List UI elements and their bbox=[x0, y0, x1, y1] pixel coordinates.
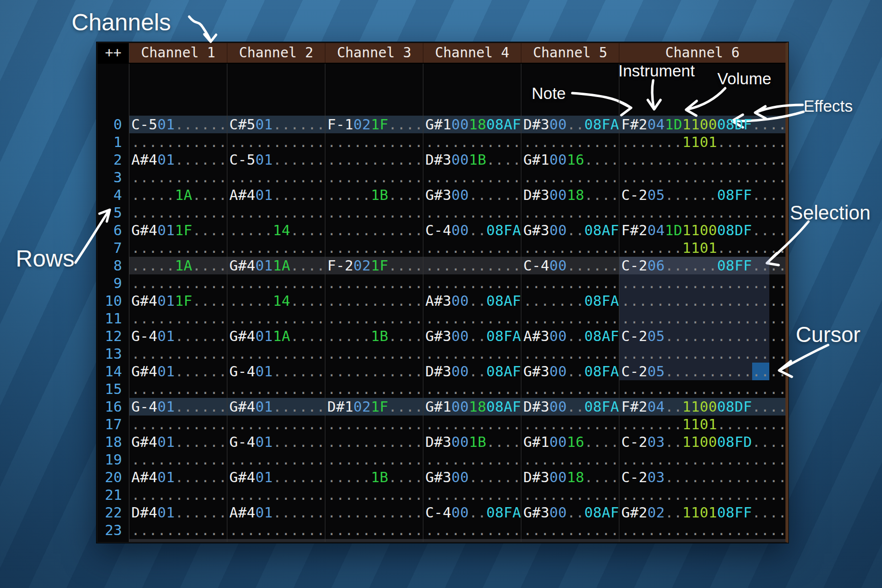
pattern-cell[interactable]: D#30018.... bbox=[521, 468, 619, 486]
pattern-cell[interactable]: ........... bbox=[521, 133, 619, 151]
pattern-cell[interactable]: .....1A.... bbox=[129, 186, 227, 204]
channel-header-5[interactable]: Channel 5 bbox=[521, 43, 619, 63]
pattern-cell[interactable]: D#2021F.... bbox=[325, 539, 423, 543]
pattern-cell[interactable]: ................... bbox=[619, 292, 787, 310]
channel-header-3[interactable]: Channel 3 bbox=[325, 43, 423, 63]
pattern-cell[interactable]: .....1A.... bbox=[129, 257, 227, 274]
pattern-cell[interactable]: .....14.... bbox=[227, 221, 325, 239]
pattern-cell[interactable]: ........... bbox=[521, 345, 619, 363]
pattern-cell[interactable]: G-401...... bbox=[129, 398, 227, 416]
pattern-cell[interactable]: ........... bbox=[325, 292, 423, 310]
pattern-cell[interactable]: ................... bbox=[619, 380, 787, 398]
pattern-cell[interactable]: G#300...... bbox=[423, 468, 521, 486]
pattern-cell[interactable]: ........... bbox=[423, 345, 521, 363]
pattern-cell[interactable]: G#4011F.... bbox=[129, 221, 227, 239]
pattern-cell[interactable]: ................... bbox=[619, 521, 787, 539]
pattern-cell[interactable]: F#2041D110008DF.... bbox=[619, 116, 787, 133]
pattern-cell[interactable]: ........... bbox=[521, 204, 619, 221]
pattern-cell[interactable]: ........... bbox=[325, 345, 423, 363]
pattern-cell[interactable]: ........... bbox=[129, 345, 227, 363]
pattern-cell[interactable]: G#4011A.... bbox=[227, 327, 325, 345]
pattern-cell[interactable]: G#300..08FA bbox=[521, 363, 619, 380]
pattern-cell[interactable]: ........... bbox=[521, 239, 619, 257]
pattern-cell[interactable]: D#3001B.... bbox=[423, 433, 521, 451]
pattern-cell[interactable]: ........... bbox=[129, 133, 227, 151]
pattern-cell[interactable]: ........... bbox=[521, 486, 619, 504]
pattern-cell[interactable]: G-401...... bbox=[129, 327, 227, 345]
pattern-cell[interactable]: .......1101........ bbox=[619, 239, 787, 257]
pattern-cell[interactable]: ........... bbox=[423, 204, 521, 221]
channel-header-4[interactable]: Channel 4 bbox=[423, 43, 521, 63]
pattern-cell[interactable]: ........... bbox=[129, 486, 227, 504]
pattern-cell[interactable]: ........... bbox=[521, 310, 619, 327]
pattern-cell[interactable]: ........... bbox=[521, 521, 619, 539]
pattern-cell[interactable]: ........... bbox=[129, 274, 227, 292]
pattern-cell[interactable]: ........... bbox=[521, 451, 619, 468]
pattern-cell[interactable]: ........... bbox=[227, 204, 325, 221]
pattern-cell[interactable]: ........... bbox=[423, 239, 521, 257]
pattern-cell[interactable]: A#401...... bbox=[227, 504, 325, 521]
pattern-cell[interactable]: G#401...... bbox=[227, 398, 325, 416]
pattern-cell[interactable]: ........... bbox=[227, 239, 325, 257]
pattern-cell[interactable]: ........... bbox=[325, 363, 423, 380]
pattern-cell[interactable]: A#401...... bbox=[129, 468, 227, 486]
pattern-cell[interactable]: D#401...... bbox=[227, 539, 325, 543]
pattern-cell[interactable]: ........... bbox=[227, 416, 325, 433]
pattern-cell[interactable]: ................... bbox=[619, 169, 787, 186]
pattern-cell[interactable]: ........... bbox=[227, 451, 325, 468]
add-channel-button[interactable]: ++ bbox=[98, 43, 129, 63]
pattern-cell[interactable]: ........... bbox=[325, 169, 423, 186]
pattern-cell[interactable]: D#1021F.... bbox=[325, 398, 423, 416]
pattern-cell[interactable]: ........... bbox=[325, 239, 423, 257]
pattern-cell[interactable]: A#300..08AF bbox=[521, 327, 619, 345]
pattern-cell[interactable]: G#10016.... bbox=[521, 151, 619, 169]
pattern-cell[interactable]: G#4011A.... bbox=[227, 257, 325, 274]
pattern-cell[interactable]: ........... bbox=[227, 169, 325, 186]
pattern-cell[interactable]: G#1001808AF bbox=[423, 116, 521, 133]
pattern-cell[interactable]: ................... bbox=[619, 274, 787, 292]
pattern-cell[interactable]: ........... bbox=[129, 451, 227, 468]
pattern-cell[interactable]: C-400..08FA bbox=[423, 221, 521, 239]
pattern-cell[interactable]: ................... bbox=[619, 345, 787, 363]
pattern-cell[interactable]: ........... bbox=[227, 133, 325, 151]
pattern-cell[interactable]: G#300..08AF bbox=[521, 504, 619, 521]
pattern-cell[interactable]: ........... bbox=[325, 380, 423, 398]
pattern-cell[interactable]: G#300...... bbox=[423, 186, 521, 204]
pattern-cell[interactable]: .....1B.... bbox=[325, 468, 423, 486]
pattern-cell[interactable]: A#300..08AF bbox=[423, 292, 521, 310]
pattern-cell[interactable]: ........... bbox=[325, 151, 423, 169]
pattern-cell[interactable]: ........... bbox=[423, 169, 521, 186]
pattern-cell[interactable]: ........... bbox=[423, 416, 521, 433]
pattern-cell[interactable]: C-206......08FF.... bbox=[619, 257, 787, 274]
pattern-cell[interactable]: ........... bbox=[325, 504, 423, 521]
pattern-cell[interactable]: ................... bbox=[619, 486, 787, 504]
channel-header-6[interactable]: Channel 6 bbox=[619, 43, 785, 63]
pattern-cell[interactable]: ................... bbox=[619, 451, 787, 468]
pattern-cell[interactable]: C#501...... bbox=[227, 116, 325, 133]
pattern-cell[interactable]: ........... bbox=[521, 416, 619, 433]
pattern-cell[interactable]: ........... bbox=[129, 521, 227, 539]
pattern-cell[interactable]: D#3001B.... bbox=[423, 151, 521, 169]
pattern-cell[interactable]: ........... bbox=[129, 539, 227, 543]
pattern-cell[interactable]: ........... bbox=[423, 486, 521, 504]
pattern-cell[interactable]: C-205.............. bbox=[619, 363, 787, 380]
pattern-cell[interactable]: ........... bbox=[129, 169, 227, 186]
pattern-cell[interactable]: G#401...... bbox=[129, 433, 227, 451]
pattern-cell[interactable]: G#401...... bbox=[227, 468, 325, 486]
pattern-cell[interactable]: ........... bbox=[325, 486, 423, 504]
pattern-cell[interactable]: C-400...... bbox=[521, 539, 619, 543]
pattern-cell[interactable]: ........... bbox=[129, 416, 227, 433]
pattern-cell[interactable]: C-203..110008FD.... bbox=[619, 433, 787, 451]
pattern-cell[interactable]: G-401...... bbox=[227, 433, 325, 451]
pattern-cell[interactable]: D#300..08FA bbox=[521, 116, 619, 133]
pattern-cell[interactable]: F#204..110008DF.... bbox=[619, 398, 787, 416]
pattern-cell[interactable]: D#30018.... bbox=[521, 186, 619, 204]
pattern-cell[interactable]: D#300..08AF bbox=[423, 363, 521, 380]
pattern-cell[interactable]: ........... bbox=[129, 239, 227, 257]
pattern-cell[interactable]: D#300..08FA bbox=[521, 398, 619, 416]
pattern-cell[interactable]: G#300..08FA bbox=[423, 327, 521, 345]
pattern-cell[interactable]: ................... bbox=[619, 151, 787, 169]
pattern-cell[interactable]: ........... bbox=[325, 204, 423, 221]
pattern-cell[interactable]: ........... bbox=[521, 274, 619, 292]
pattern-cell[interactable]: C-205.............. bbox=[619, 327, 787, 345]
